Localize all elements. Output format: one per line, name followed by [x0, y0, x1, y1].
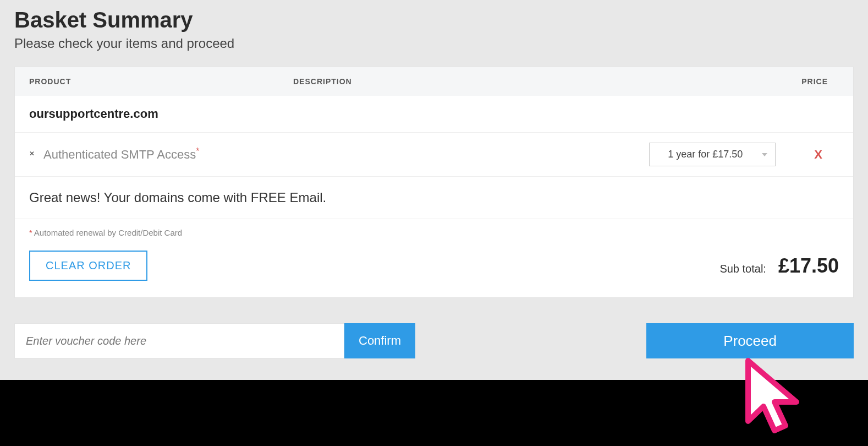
spacer: [415, 323, 646, 358]
col-price: PRICE: [729, 77, 839, 86]
col-description: DESCRIPTION: [293, 77, 729, 86]
col-product: PRODUCT: [29, 77, 293, 86]
table-header: PRODUCT DESCRIPTION PRICE: [15, 67, 853, 96]
asterisk-icon: *: [196, 146, 199, 156]
item-name-text: Authenticated SMTP Access: [43, 148, 196, 162]
bullet-icon: ✕: [29, 150, 35, 157]
action-bar: Confirm Proceed: [14, 323, 854, 358]
page-title: Basket Summary: [14, 8, 854, 32]
page: Basket Summary Please check your items a…: [0, 0, 868, 358]
panel-footer: CLEAR ORDER Sub total: £17.50: [15, 241, 853, 297]
term-select[interactable]: 1 year for £17.50: [649, 143, 776, 166]
item-name: Authenticated SMTP Access*: [43, 146, 199, 162]
subtotal-value: £17.50: [778, 254, 839, 278]
confirm-voucher-button[interactable]: Confirm: [344, 323, 415, 358]
basket-item-row: ✕ Authenticated SMTP Access* 1 year for …: [15, 133, 853, 177]
asterisk-icon: *: [29, 229, 32, 237]
domain-row: oursupportcentre.com: [15, 96, 853, 133]
footnote-text: Automated renewal by Credit/Debit Card: [34, 228, 182, 237]
footer-bar: [0, 380, 868, 446]
subtotal: Sub total: £17.50: [719, 254, 839, 278]
free-email-message: Great news! Your domains come with FREE …: [15, 177, 853, 219]
page-subtitle: Please check your items and proceed: [14, 36, 854, 51]
voucher-input[interactable]: [14, 323, 344, 358]
remove-item-button[interactable]: X: [814, 148, 822, 162]
proceed-button[interactable]: Proceed: [646, 323, 854, 358]
basket-panel: PRODUCT DESCRIPTION PRICE oursupportcent…: [14, 67, 854, 298]
subtotal-label: Sub total:: [719, 263, 766, 275]
clear-order-button[interactable]: CLEAR ORDER: [29, 251, 147, 281]
renewal-footnote: * Automated renewal by Credit/Debit Card: [15, 219, 853, 241]
